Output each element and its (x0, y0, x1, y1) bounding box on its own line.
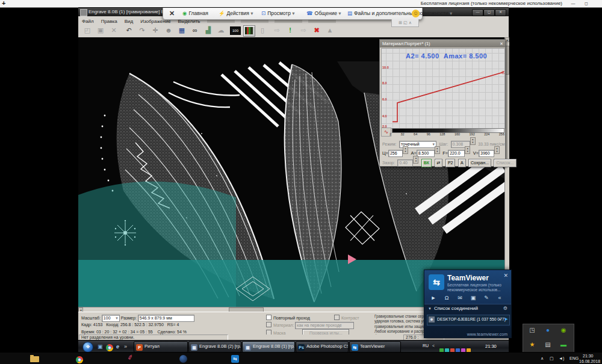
v-spinner[interactable]: ▲▼ (494, 146, 500, 154)
stop-icon[interactable]: ✖ (311, 25, 322, 35)
quicklaunch-chrome-icon[interactable] (106, 344, 113, 351)
swap-button[interactable]: ⇄ (435, 159, 443, 167)
pen-app-icon[interactable]: ✐ (126, 353, 134, 362)
remote-clock[interactable]: 21:30 (485, 344, 497, 349)
list-button[interactable]: Список... (494, 159, 516, 167)
f-spinner[interactable]: ▲▼ (465, 146, 470, 154)
a-spinner[interactable]: ▲▼ (435, 146, 440, 154)
remote-start-button[interactable]: ❖ (82, 342, 93, 353)
taskbar-button-teamviewer[interactable]: ⇆TeamViewer (349, 341, 401, 353)
gap-spinner[interactable]: ▲▼ (413, 156, 418, 164)
open-icon[interactable]: ◰ (82, 25, 93, 35)
done-label: Сделано: (158, 330, 176, 334)
file-transfer-icon[interactable]: ▣ (469, 294, 477, 301)
tab-view[interactable]: ⊡Просмотр ▾ (261, 8, 295, 19)
connection-list-item[interactable]: ☻ DESKTOP-6JEB1RE (1 037 550 077) ▾ ➤ (427, 315, 510, 325)
annotate-icon[interactable]: ✎ (482, 294, 491, 301)
material-curve-chart[interactable]: A2= 4.500 Amax= 8.500 10.0 8.0 6.0 4.0 2… (381, 48, 505, 129)
tab-communicate[interactable]: ☎Общение ▾ (306, 8, 341, 19)
new-session-plus[interactable]: + (2, 0, 5, 7)
step-spinner[interactable]: ▲▼ (470, 137, 476, 145)
tab-files-extras[interactable]: ▤Файлы и дополнительные возможности ▾ (347, 8, 452, 19)
material-panel-close-icon[interactable]: ✕ (500, 40, 503, 48)
remote-tray-expand-icon[interactable]: < (432, 344, 435, 348)
engrave-restore-button[interactable]: ◻ (483, 9, 495, 16)
teamviewer-dock-controls[interactable]: ⊞ ◱ ∧ (391, 19, 419, 27)
language-indicator[interactable]: ENG (569, 356, 579, 360)
teamviewer-taskbar-icon[interactable]: ⇆ (231, 355, 239, 363)
feedback-smiley-icon[interactable]: ☺ (412, 10, 420, 17)
zoom-100-icon[interactable]: 100 (230, 26, 241, 35)
move-icon[interactable]: ✛ (150, 25, 161, 35)
delete-icon[interactable]: ✕ (108, 25, 119, 35)
collapse-panel-icon[interactable]: « (495, 294, 504, 301)
p2-button[interactable]: P2 (445, 159, 456, 167)
teamviewer-website-link[interactable]: www.teamviewer.com (467, 332, 507, 336)
quicklaunch-ie-icon[interactable]: e (116, 343, 119, 350)
engrave-close-button[interactable]: ✕ (495, 9, 506, 16)
clock-time[interactable]: 21:30 (583, 354, 594, 358)
chat-icon[interactable]: ✉ (456, 294, 464, 301)
bell-icon[interactable]: ▲ (324, 25, 335, 35)
save-material-button[interactable]: Сохран... (468, 159, 491, 167)
taskbar-button-photoshop[interactable]: PsAdobe Photoshop CS6 (296, 341, 349, 353)
vscroll-thumb[interactable] (505, 46, 509, 75)
list-settings-gear-icon[interactable]: ⚙ (503, 306, 507, 311)
flyout-usb-icon[interactable]: ▤ (544, 341, 552, 349)
start-engrave-icon[interactable]: ! (285, 25, 296, 35)
audio-icon[interactable]: Ω (442, 294, 451, 301)
contrast-checkbox[interactable] (334, 315, 340, 320)
taskbar-button-engrave1[interactable]: ▦Engrave 8.0B (1) [гр... (242, 341, 295, 353)
preview-image-icon[interactable] (243, 25, 255, 37)
speaker-icon[interactable]: ◄) (559, 356, 564, 360)
scale-select[interactable]: 100▾ (102, 315, 120, 322)
panel-close-icon[interactable]: ✕ (503, 273, 508, 279)
flyout-card-icon[interactable]: ▬ (559, 341, 568, 349)
c-spinner[interactable]: ▲▼ (403, 146, 408, 154)
send-icon[interactable]: ⇨ (272, 25, 282, 35)
redo-icon[interactable]: ↷ (137, 25, 147, 35)
explorer-icon[interactable] (30, 356, 39, 362)
chrome-icon[interactable] (76, 356, 83, 363)
cloud-icon[interactable]: ☁ (216, 25, 226, 35)
undo-icon[interactable]: ↶ (123, 25, 134, 35)
clock-date[interactable]: 16.08.2018 (579, 359, 600, 363)
save-icon[interactable]: ▣ (95, 25, 106, 35)
flyout-blue-sphere-icon[interactable]: ● (544, 326, 552, 335)
repeat-pass-checkbox[interactable] (266, 315, 272, 320)
a-button[interactable]: А (458, 159, 466, 167)
restore-button[interactable]: ◻ (582, 1, 591, 7)
users-icon[interactable]: ☻ (163, 25, 174, 35)
quicklaunch-overflow-icon[interactable]: » (124, 343, 127, 350)
taskbar-button-engrave2[interactable]: ▦Engrave 8.0B (2) [гр... (188, 341, 241, 353)
taskbar-button-ritual[interactable]: РРитуал (134, 341, 188, 353)
vscroll-up-arrow[interactable]: ▴ (505, 37, 509, 42)
tray-chevron-icon[interactable]: ∧ (541, 356, 544, 361)
engrave-minimize-button[interactable]: — (472, 9, 483, 16)
material-checkbox[interactable] (266, 322, 272, 327)
dark-sphere-app-icon[interactable] (179, 355, 187, 363)
video-call-icon[interactable]: ► (429, 294, 438, 301)
session-close-icon[interactable]: ✕ (169, 8, 175, 19)
section-collapse-arrow[interactable]: ▼ (428, 307, 432, 310)
vk-button[interactable]: ВК (421, 159, 432, 167)
material-panel-titlebar[interactable]: Материал:Портрет* (1) ✕ (380, 40, 505, 48)
remote-taskbar: ❖ ▣ e » РРитуал ▦Engrave 8.0B (2) [гр...… (78, 340, 509, 353)
tab-actions[interactable]: ⚡Действия ▾ (219, 8, 253, 19)
remote-language-indicator[interactable]: RU (423, 344, 429, 348)
flyout-app-window-icon[interactable]: ◳ (528, 326, 536, 335)
minimize-button[interactable]: — (568, 1, 578, 7)
resume-icon[interactable]: ⇨ (298, 25, 309, 35)
connection-dropdown-icon[interactable]: ▾ (499, 317, 501, 321)
flyout-nvidia-icon[interactable]: ◉ (559, 326, 568, 335)
floppy-icon[interactable]: ▦ (176, 25, 187, 35)
tab-home[interactable]: ◉Главная (182, 8, 208, 19)
glasses-icon[interactable]: ∞ (190, 25, 200, 35)
screen: + Бесплатная лицензия (только некоммерче… (0, 0, 602, 364)
flyout-star-icon[interactable]: ★ (528, 341, 536, 349)
quicklaunch-app-icon[interactable]: ▣ (98, 343, 103, 350)
blank-app-icon[interactable]: ▯ (257, 25, 268, 35)
histogram-icon[interactable]: ▟ (203, 25, 214, 35)
gap-field[interactable]: 0.40 (397, 159, 413, 167)
network-display-icon[interactable]: ▢ (550, 356, 554, 361)
